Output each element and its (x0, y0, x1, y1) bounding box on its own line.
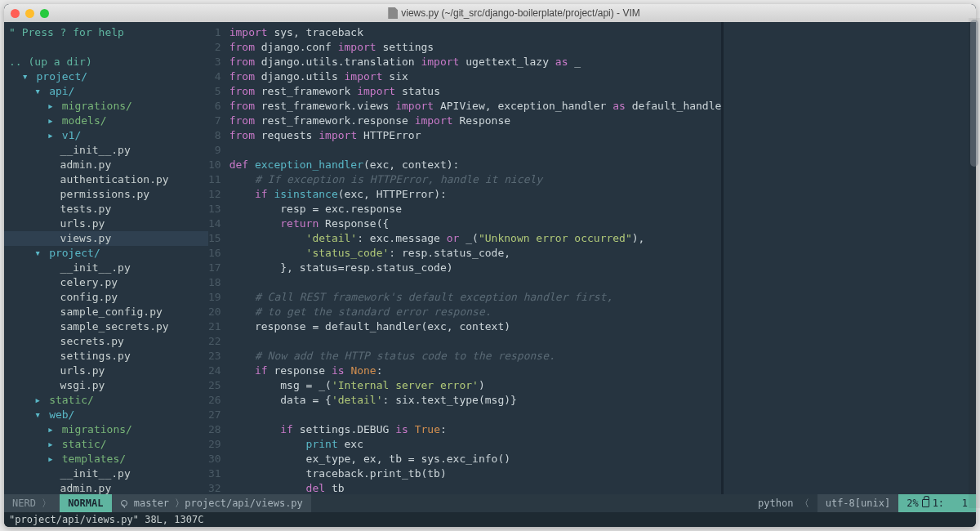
zoom-icon[interactable] (40, 9, 49, 18)
lineno: 29 (208, 437, 221, 452)
tree-file[interactable]: sample_config.py (4, 305, 208, 319)
tree-file[interactable]: __init__.py (4, 466, 208, 481)
code-line[interactable]: from django.utils.translation import uge… (229, 55, 721, 69)
tree-dir[interactable]: ▸ models/ (4, 114, 208, 128)
close-icon[interactable] (11, 9, 20, 18)
lineno: 31 (208, 466, 221, 481)
code-line[interactable]: 'detail': exc.message or _("Unknown erro… (229, 231, 721, 246)
tree-dir[interactable]: ▾ project/ (4, 69, 208, 84)
tree-file[interactable]: settings.py (4, 349, 208, 364)
titlebar[interactable]: views.py (~/git_src/django-boilerplate/p… (4, 4, 976, 22)
position-indicator: 2%1: 1 (898, 494, 976, 512)
tree-dir[interactable]: ▸ v1/ (4, 128, 208, 143)
code-line[interactable]: if response is None: (229, 364, 721, 378)
encoding-indicator: utf-8[unix] (817, 494, 898, 512)
code-line[interactable]: # to get the standard error response. (229, 305, 721, 319)
code-line[interactable]: import sys, traceback (229, 25, 721, 40)
scrollbar-thumb[interactable] (970, 20, 976, 167)
lineno: 30 (208, 452, 221, 466)
lineno: 7 (208, 114, 221, 128)
nerdtree-indicator: NERD 〉 (4, 494, 60, 512)
code-line[interactable]: resp = exc.response (229, 202, 721, 216)
code-line[interactable] (229, 334, 721, 349)
scrollbar[interactable] (969, 18, 976, 508)
lineno: 28 (208, 422, 221, 437)
lineno: 24 (208, 364, 221, 378)
tree-dir[interactable]: ▸ templates/ (4, 452, 208, 466)
tree-dir[interactable]: ▸ migrations/ (4, 99, 208, 114)
code-line[interactable]: # Now add the HTTP status code to the re… (229, 349, 721, 364)
tree-dir[interactable]: ▸ static/ (4, 437, 208, 452)
lineno: 10 (208, 158, 221, 172)
tree-file[interactable]: config.py (4, 290, 208, 305)
lineno: 12 (208, 187, 221, 202)
lineno: 1 (208, 25, 221, 40)
code-line[interactable]: data = {'detail': six.text_type(msg)} (229, 393, 721, 408)
tree-file[interactable]: __init__.py (4, 261, 208, 275)
lineno: 9 (208, 143, 221, 158)
code-line[interactable] (229, 408, 721, 422)
vim-window: views.py (~/git_src/django-boilerplate/p… (4, 4, 976, 527)
code-line[interactable]: from requests import HTTPError (229, 128, 721, 143)
tree-file[interactable]: secrets.py (4, 334, 208, 349)
lineno: 3 (208, 55, 221, 69)
code-line[interactable]: if settings.DEBUG is True: (229, 422, 721, 437)
tree-dir[interactable]: ▾ project/ (4, 246, 208, 261)
branch-icon (120, 499, 128, 508)
code-line[interactable]: from rest_framework.views import APIView… (229, 99, 721, 114)
code-line[interactable]: from rest_framework import status (229, 84, 721, 99)
code-line[interactable]: 'status_code': resp.status_code, (229, 246, 721, 261)
status-spacer (311, 494, 750, 512)
code-line[interactable]: ex_type, ex, tb = sys.exc_info() (229, 452, 721, 466)
tree-file[interactable]: permissions.py (4, 187, 208, 202)
tree-file[interactable]: wsgi.py (4, 378, 208, 393)
code-line[interactable]: print exc (229, 437, 721, 452)
code-line[interactable]: def exception_handler(exc, context): (229, 158, 721, 172)
code-line[interactable]: traceback.print_tb(tb) (229, 466, 721, 481)
code-line[interactable]: response = default_handler(exc, context) (229, 319, 721, 334)
editor-area: " Press ? for help .. (up a dir) ▾ proje… (4, 22, 976, 494)
lineno: 17 (208, 261, 221, 275)
tree-file[interactable]: __init__.py (4, 143, 208, 158)
tree-file[interactable]: admin.py (4, 158, 208, 172)
empty-buffer[interactable] (723, 22, 976, 494)
code-line[interactable]: # Call REST framework's default exceptio… (229, 290, 721, 305)
tree-dir[interactable]: ▸ migrations/ (4, 422, 208, 437)
up-dir[interactable]: .. (up a dir) (4, 55, 208, 69)
code-line[interactable]: del tb (229, 481, 721, 494)
tree-file[interactable]: views.py (4, 231, 208, 246)
tree-dir[interactable]: ▸ static/ (4, 393, 208, 408)
tree-file[interactable]: tests.py (4, 202, 208, 216)
code-line[interactable]: msg = _('Internal server error') (229, 378, 721, 393)
tree-file[interactable]: sample_secrets.py (4, 319, 208, 334)
source-code[interactable]: import sys, tracebackfrom django.conf im… (226, 22, 721, 494)
lock-icon (922, 499, 929, 507)
tree-file[interactable]: admin.py (4, 481, 208, 494)
lineno: 11 (208, 172, 221, 187)
code-pane[interactable]: 1234567891011121314151617181920212223242… (208, 22, 721, 494)
tree-file[interactable]: celery.py (4, 275, 208, 290)
traffic-lights (11, 9, 49, 18)
tree-file[interactable]: urls.py (4, 364, 208, 378)
lineno: 20 (208, 305, 221, 319)
code-line[interactable]: from django.utils import six (229, 69, 721, 84)
filetype-indicator: python 〈 (750, 494, 817, 512)
code-line[interactable]: return Response({ (229, 216, 721, 231)
code-line[interactable]: from django.conf import settings (229, 40, 721, 55)
tree-file[interactable]: authentication.py (4, 172, 208, 187)
tree-dir[interactable]: ▾ api/ (4, 84, 208, 99)
code-line[interactable] (229, 143, 721, 158)
code-line[interactable] (229, 275, 721, 290)
code-line[interactable]: }, status=resp.status_code) (229, 261, 721, 275)
mode-indicator: NORMAL (60, 494, 111, 512)
lineno: 19 (208, 290, 221, 305)
lineno: 26 (208, 393, 221, 408)
code-line[interactable]: # If exception is HTTPError, handle it n… (229, 172, 721, 187)
tree-dir[interactable]: ▾ web/ (4, 408, 208, 422)
code-line[interactable]: if isinstance(exc, HTTPError): (229, 187, 721, 202)
tree-file[interactable]: urls.py (4, 216, 208, 231)
minimize-icon[interactable] (25, 9, 34, 18)
code-line[interactable]: from rest_framework.response import Resp… (229, 114, 721, 128)
lineno: 13 (208, 202, 221, 216)
nerdtree-sidebar[interactable]: " Press ? for help .. (up a dir) ▾ proje… (4, 22, 208, 494)
